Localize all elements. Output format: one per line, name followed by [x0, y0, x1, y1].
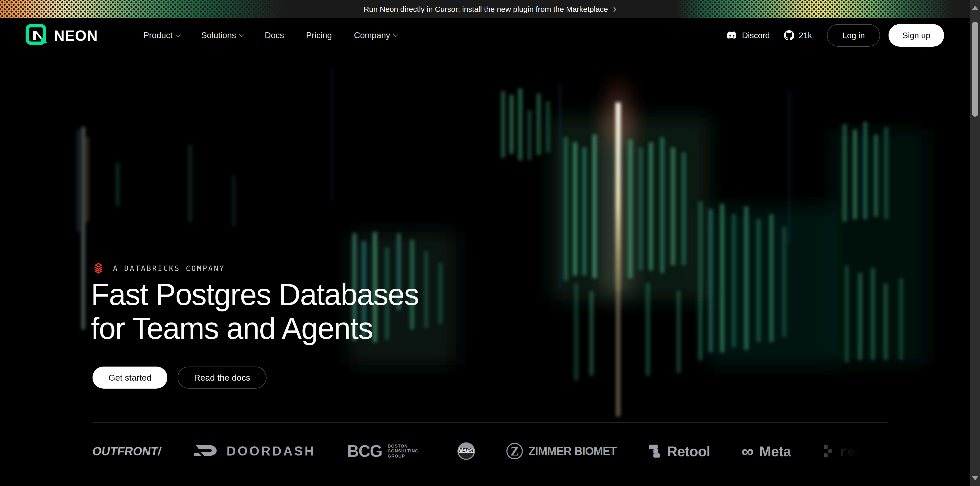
databricks-badge: A DATABRICKS COMPANY [92, 263, 225, 274]
zimmer-z-icon: Z [506, 443, 523, 459]
nav-item-solutions[interactable]: Solutions [194, 25, 250, 45]
github-icon [784, 30, 794, 40]
nav-links: Product Solutions Docs Pricing Company [136, 25, 404, 45]
discord-label: Discord [742, 31, 770, 40]
logo-meta: ∞ Meta [742, 443, 791, 460]
chevron-right-icon: › [613, 3, 616, 14]
banner-text: Run Neon directly in Cursor: install the… [363, 5, 608, 14]
logo-pepsi: PEPSI [457, 443, 475, 460]
read-docs-button[interactable]: Read the docs [178, 366, 267, 389]
logo-bcg: BCG BOSTON CONSULTING GROUP [347, 441, 426, 461]
discord-link[interactable]: Discord [727, 31, 770, 40]
github-star-count: 21k [799, 31, 812, 40]
replit-icon [822, 444, 834, 459]
meta-infinity-icon: ∞ [742, 445, 754, 458]
nav-item-pricing[interactable]: Pricing [299, 25, 339, 45]
neon-logo[interactable]: NEON [25, 24, 98, 47]
nav-right-cluster: Discord 21k Log in Sign up [727, 24, 944, 47]
hero-heading-line1: Fast Postgres Databases [91, 277, 419, 311]
discord-icon [727, 31, 737, 40]
scrollbar-down-arrow[interactable] [972, 476, 978, 480]
logo-replit: replit [822, 443, 888, 459]
nav-item-company[interactable]: Company [347, 25, 404, 45]
logo-outfront: OUTFRONT/ [92, 444, 161, 458]
logo-retool: Retool [648, 443, 710, 460]
chevron-down-icon [393, 32, 398, 37]
hero-heading: Fast Postgres Databases for Teams and Ag… [91, 277, 419, 345]
nav-item-product[interactable]: Product [136, 25, 186, 45]
hero-section: A DATABRICKS COMPANY Fast Postgres Datab… [0, 53, 980, 486]
pepsi-globe-icon: PEPSI [457, 443, 475, 460]
customer-logos-row: OUTFRONT/ DOORDASH BCG BOSTON CONSULTING… [92, 435, 888, 468]
badge-text: A DATABRICKS COMPANY [113, 264, 225, 273]
nav-item-docs[interactable]: Docs [258, 25, 291, 45]
navbar: NEON Product Solutions Docs Pricing Comp… [0, 18, 980, 53]
neon-wordmark: NEON [54, 27, 98, 44]
hero-cta-group: Get started Read the docs [92, 366, 267, 389]
chevron-down-icon [239, 32, 244, 37]
chevron-down-icon [175, 32, 181, 37]
get-started-button[interactable]: Get started [92, 366, 167, 389]
banner-link[interactable]: Run Neon directly in Cursor: install the… [0, 0, 980, 18]
github-stars-link[interactable]: 21k [784, 30, 812, 40]
neon-logo-icon [25, 24, 49, 47]
login-button[interactable]: Log in [827, 24, 880, 47]
logos-divider [92, 422, 888, 423]
announcement-banner: Run Neon directly in Cursor: install the… [0, 0, 980, 18]
logo-doordash: DOORDASH [193, 443, 316, 459]
databricks-icon [92, 263, 104, 274]
scrollbar-up-arrow[interactable] [972, 6, 978, 10]
logo-zimmer-biomet: Z ZIMMER BIOMET [506, 443, 617, 459]
hero-heading-line2: for Teams and Agents [91, 311, 419, 345]
scrollbar-thumb[interactable] [972, 22, 978, 116]
retool-icon [648, 443, 662, 459]
signup-button[interactable]: Sign up [889, 24, 944, 47]
scrollbar-track[interactable] [970, 0, 980, 486]
doordash-icon [193, 443, 221, 459]
